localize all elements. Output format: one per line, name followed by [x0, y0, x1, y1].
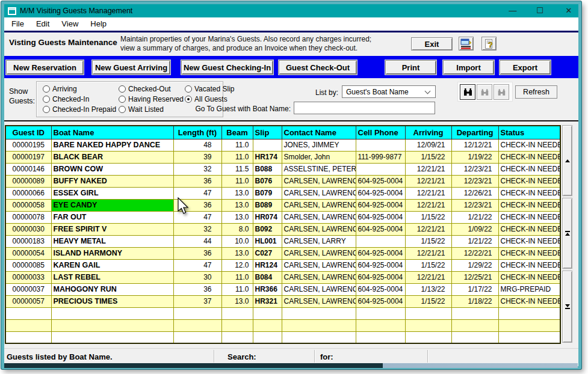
refresh-button[interactable]: Refresh	[515, 85, 557, 99]
empty-table-row[interactable]	[5, 331, 560, 343]
new-reservation-button[interactable]: New Reservation	[6, 60, 84, 75]
cell-slip	[253, 307, 282, 319]
radio-checked-out[interactable]: Checked-Out	[119, 85, 171, 93]
import-button[interactable]: Import	[443, 60, 494, 75]
cell-slip: B084	[253, 271, 282, 283]
cell-boat-name: LAST REBEL	[51, 271, 173, 283]
table-row[interactable]: 00000197BLACK BEAR3911.0HR174Smolder, Jo…	[5, 151, 560, 163]
cell-cell-phone: 604-925-0004	[356, 211, 405, 223]
radio-all-guests[interactable]: All Guests	[185, 95, 227, 103]
cell-boat-name: EYE CANDY	[51, 199, 173, 211]
scroll-up-button[interactable]	[562, 125, 572, 196]
menu-help[interactable]: Help	[85, 17, 111, 31]
cell-cell-phone	[356, 163, 405, 175]
table-row[interactable]: 00000037MAHOGONY RUN3611.0HR366CARLSEN, …	[5, 283, 560, 295]
print-form-button[interactable]	[459, 37, 474, 51]
find-previous-button[interactable]: ↑	[477, 84, 492, 100]
table-row[interactable]: 00000033LAST REBEL3011.0B084CARLSEN, LAW…	[5, 271, 560, 283]
binoculars-up-icon: ↑	[480, 88, 489, 96]
table-row[interactable]: 00000089BUFFY NAKED3611.0B076CARLSEN, LA…	[5, 175, 560, 187]
empty-table-row[interactable]	[5, 307, 560, 319]
cell-slip: B092	[253, 223, 282, 235]
header-band: Visting Guests Maintenance Maintain prop…	[4, 32, 578, 56]
table-row[interactable]: 00000057PRECIOUS TIMES3713.0HR321CARLSEN…	[5, 295, 560, 307]
radio-having-reserved[interactable]: Having Reserved	[119, 95, 184, 103]
table-row[interactable]: 00000078FAR OUT4713.0HR074CARLSEN, LAWRE…	[5, 211, 560, 223]
cell-cell-phone: 604-925-0004	[356, 175, 405, 187]
menu-edit[interactable]: Edit	[31, 17, 54, 31]
cell-beam: 11.0	[221, 151, 253, 163]
print-button[interactable]: Print	[385, 60, 436, 75]
menu-bar: File Edit View Help	[4, 17, 578, 31]
radio-wait-listed[interactable]: Wait Listed	[119, 105, 164, 114]
cell-beam	[221, 319, 253, 331]
table-row[interactable]: 00000195BARE NAKED HAPPY DANCE4811.0JONE…	[5, 139, 560, 151]
cell-slip	[253, 319, 282, 331]
chevron-down-icon	[425, 88, 431, 94]
cell-cell-phone: 604-925-0004	[356, 283, 405, 295]
cell-departing	[451, 307, 498, 319]
guest-check-out-button[interactable]: Guest Check-Out	[279, 60, 357, 75]
cell-guest-id: 00000078	[5, 211, 51, 223]
cell-contact: JONES, JIMMEY	[282, 139, 356, 151]
cell-length-ft	[173, 319, 221, 331]
cell-guest-id: 00000066	[5, 187, 51, 199]
menu-file[interactable]: File	[7, 17, 29, 31]
cell-contact: CARLSEN, LAWRENCE	[282, 199, 356, 211]
cell-boat-name: ESSEX GIRL	[51, 187, 173, 199]
new-guest-arriving-button[interactable]: New Guest Arriving	[92, 60, 170, 75]
table-row[interactable]: 00000183HEAVY METAL4410.0HL001CARLSEN, L…	[5, 235, 560, 247]
column-header: Cell Phone	[356, 126, 405, 139]
radio-checked-in-prepaid[interactable]: Checked-In Prepaid	[43, 105, 116, 114]
cell-arriving: 12/21/21	[405, 163, 451, 175]
cell-status: CHECK-IN NEEDED	[498, 259, 560, 271]
table-row[interactable]: 00000058EYE CANDY3613.0B089CARLSEN, LAWR…	[5, 199, 560, 211]
close-button[interactable]: ✕	[559, 4, 579, 17]
app-icon	[8, 7, 16, 15]
minimize-button[interactable]: —	[503, 4, 523, 17]
cell-contact	[282, 307, 356, 319]
status-divider	[427, 350, 428, 363]
radio-icon	[119, 96, 126, 103]
exit-button[interactable]: Exit	[411, 37, 453, 51]
radio-arriving[interactable]: Arriving	[43, 85, 77, 93]
scroll-to-bottom-button[interactable]	[562, 271, 572, 343]
radio-checked-in[interactable]: Checked-In	[43, 95, 89, 103]
export-button[interactable]: Export	[500, 60, 551, 75]
new-guest-checking-in-button[interactable]: New Guest Checking-In	[181, 60, 273, 75]
filter-separator	[4, 120, 578, 121]
help-button[interactable]: ?	[481, 37, 497, 51]
cell-status: CHECK-IN NEEDED	[498, 175, 560, 187]
list-by-dropdown[interactable]: Guest's Boat Name	[342, 85, 436, 98]
cell-departing: 1/21/22	[451, 235, 498, 247]
find-next-button[interactable]: ↓	[494, 84, 509, 100]
radio-icon	[43, 85, 50, 93]
status-divider	[314, 350, 315, 363]
empty-table-row[interactable]	[5, 319, 560, 331]
cell-boat-name	[51, 307, 173, 319]
table-row[interactable]: 00000066ESSEX GIRL4713.0B079CARLSEN, LAW…	[5, 187, 560, 199]
table-row[interactable]: 00000054ISLAND HARMONY3613.0C027CARLSEN,…	[5, 247, 560, 259]
cell-arriving	[405, 307, 451, 319]
table-row[interactable]: 00000085KAREN GAIL4712.0HR124CARLSEN, LA…	[5, 259, 560, 271]
table-row[interactable]: 00000030FREE SPIRIT V328.0B092CARLSEN, L…	[5, 223, 560, 235]
cell-contact: Smolder, John	[282, 151, 356, 163]
cell-status: CHECK-IN NEEDED	[498, 247, 560, 259]
cell-arriving: 12/21/21	[405, 223, 451, 235]
cell-slip: HR124	[253, 259, 282, 271]
scroll-to-top-button[interactable]	[562, 198, 572, 269]
table-row[interactable]: 00000146BROWN COW3211.5B088ASSELSTINE, P…	[5, 163, 560, 175]
cell-departing: 12/22/21	[451, 247, 498, 259]
cell-slip	[253, 139, 282, 151]
radio-vacated-slip[interactable]: Vacated Slip	[185, 85, 235, 93]
find-button[interactable]	[460, 84, 475, 100]
cell-contact: CARLSEN, LAWRENCE	[282, 223, 356, 235]
radio-icon	[119, 106, 126, 113]
cell-cell-phone: 604-925-0004	[356, 259, 405, 271]
cell-contact: CARLSEN, LAWRENCE	[282, 259, 356, 271]
menu-view[interactable]: View	[57, 17, 83, 31]
filter-band: Show Guests: Arriving Checked-In Checked…	[4, 78, 578, 120]
cell-beam: 12.0	[221, 259, 253, 271]
goto-boat-name-input[interactable]	[294, 102, 435, 114]
maximize-button[interactable]: ☐	[530, 4, 550, 17]
